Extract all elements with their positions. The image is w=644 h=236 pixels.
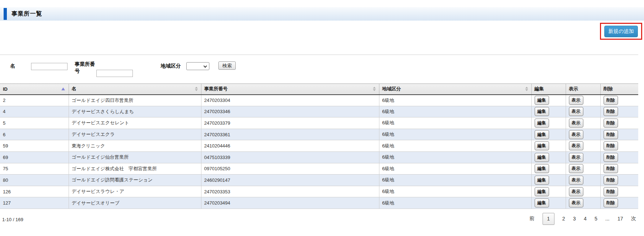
pagination: 前 1 2345...17 次: [530, 213, 636, 225]
show-button[interactable]: 表示: [569, 153, 583, 162]
page-title: 事業所一覧: [12, 10, 42, 18]
delete-button[interactable]: 削除: [604, 153, 618, 162]
edit-button[interactable]: 編集: [535, 176, 549, 185]
cell-edit: 編集: [531, 151, 566, 163]
column-header-name[interactable]: 名: [69, 84, 201, 95]
pagination-pages: 2345...17: [562, 216, 623, 222]
name-label: 名: [10, 63, 15, 69]
cell-office-number: 0970105250: [201, 163, 379, 175]
cell-office-number: 2470203346: [201, 106, 379, 117]
column-header-office-number[interactable]: 事業所番号: [201, 84, 379, 95]
cell-delete: 削除: [600, 106, 638, 117]
edit-button[interactable]: 編集: [535, 198, 549, 207]
cell-id: 80: [0, 175, 69, 186]
edit-button[interactable]: 編集: [535, 141, 549, 150]
delete-button[interactable]: 削除: [604, 119, 618, 128]
edit-button[interactable]: 編集: [535, 130, 549, 139]
cell-id: 59: [0, 140, 69, 152]
delete-button[interactable]: 削除: [604, 198, 618, 207]
office-number-input[interactable]: [96, 70, 133, 77]
delete-button[interactable]: 削除: [604, 96, 618, 105]
table-row: 75 ゴールドエイジ株式会社 宇都宮営業所 0970105250 6級地 編集 …: [0, 163, 638, 175]
table-row: 126 デイサービスラウレ・ア 2470203353 6級地 編集 表示 削除: [0, 186, 638, 197]
cell-region: 6級地: [379, 186, 531, 197]
offices-page: 事業所一覧 新規の追加 名 事業所番号 地域区分 検索 ID 名: [0, 0, 644, 236]
delete-button[interactable]: 削除: [604, 107, 618, 116]
delete-button[interactable]: 削除: [604, 187, 618, 196]
column-header-region[interactable]: 地域区分: [379, 84, 531, 95]
delete-button[interactable]: 削除: [604, 141, 618, 150]
cell-region: 6級地: [379, 106, 531, 117]
pagination-prev[interactable]: 前: [530, 215, 535, 222]
cell-name: ゴールドエイジ株式会社 宇都宮営業所: [69, 163, 201, 175]
cell-show: 表示: [566, 117, 600, 129]
pagination-page-link[interactable]: 5: [595, 216, 597, 222]
cell-id: 6: [0, 129, 69, 140]
title-accent-bar: [4, 8, 7, 20]
delete-button[interactable]: 削除: [604, 130, 618, 139]
table-row: 4 デイサービスさくらしんまち 2470203346 6級地 編集 表示 削除: [0, 106, 638, 117]
show-button[interactable]: 表示: [569, 141, 583, 150]
search-button[interactable]: 検索: [218, 61, 236, 70]
pagination-page-link[interactable]: 2: [562, 216, 565, 222]
pagination-page-link[interactable]: 17: [617, 216, 623, 222]
column-header-id[interactable]: ID: [0, 84, 69, 95]
cell-show: 表示: [566, 95, 600, 106]
cell-name: デイサービスラウレ・ア: [69, 186, 201, 197]
cell-office-number: 2470203304: [201, 95, 379, 106]
region-select[interactable]: [186, 62, 209, 70]
show-button[interactable]: 表示: [569, 107, 583, 116]
name-input[interactable]: [31, 63, 68, 70]
cell-edit: 編集: [531, 129, 566, 140]
edit-button[interactable]: 編集: [535, 187, 549, 196]
cell-delete: 削除: [600, 197, 638, 209]
cell-region: 6級地: [379, 129, 531, 140]
title-bar: 事業所一覧: [0, 7, 644, 21]
delete-button[interactable]: 削除: [604, 176, 618, 185]
show-button[interactable]: 表示: [569, 164, 583, 173]
cell-delete: 削除: [600, 151, 638, 163]
pagination-page-link[interactable]: ...: [605, 216, 610, 222]
sort-icon: [525, 87, 528, 91]
show-button[interactable]: 表示: [569, 130, 583, 139]
cell-show: 表示: [566, 197, 600, 209]
cell-region: 6級地: [379, 151, 531, 163]
edit-button[interactable]: 編集: [535, 107, 549, 116]
region-label: 地域区分: [161, 63, 181, 69]
show-button[interactable]: 表示: [569, 176, 583, 185]
cell-delete: 削除: [600, 140, 638, 152]
cell-office-number: 2460290147: [201, 175, 379, 186]
table-row: 69 ゴールドエイジ仙台営業所 0475103339 6級地 編集 表示 削除: [0, 151, 638, 163]
show-button[interactable]: 表示: [569, 96, 583, 105]
sort-icon: [373, 87, 376, 91]
pagination-current-page[interactable]: 1: [543, 213, 554, 225]
delete-button[interactable]: 削除: [604, 164, 618, 173]
cell-name: デイサービスさくらしんまち: [69, 106, 201, 117]
pagination-next[interactable]: 次: [631, 215, 636, 222]
cell-edit: 編集: [531, 186, 566, 197]
edit-button[interactable]: 編集: [535, 164, 549, 173]
table-row: 127 デイサービスオリーブ 2470203494 6級地 編集 表示 削除: [0, 197, 638, 209]
show-button[interactable]: 表示: [569, 187, 583, 196]
table-row: 6 デイサービスエクラ 2470203361 6級地 編集 表示 削除: [0, 129, 638, 140]
show-button[interactable]: 表示: [569, 119, 583, 128]
cell-office-number: 2470203361: [201, 129, 379, 140]
column-header-delete: 削除: [600, 84, 638, 95]
cell-delete: 削除: [600, 175, 638, 186]
show-button[interactable]: 表示: [569, 198, 583, 207]
pagination-page-link[interactable]: 4: [584, 216, 587, 222]
sort-asc-icon: [61, 87, 65, 90]
column-header-edit: 編集: [531, 84, 566, 95]
edit-button[interactable]: 編集: [535, 96, 549, 105]
form-divider: [0, 55, 638, 55]
cell-region: 6級地: [379, 197, 531, 209]
column-header-show: 表示: [566, 84, 600, 95]
edit-button[interactable]: 編集: [535, 119, 549, 128]
pagination-page-link[interactable]: 3: [573, 216, 576, 222]
cell-show: 表示: [566, 129, 600, 140]
cell-name: デイサービスエクセレント: [69, 117, 201, 129]
cell-name: デイサービスオリーブ: [69, 197, 201, 209]
cell-show: 表示: [566, 151, 600, 163]
add-new-button[interactable]: 新規の追加: [604, 26, 638, 37]
edit-button[interactable]: 編集: [535, 153, 549, 162]
